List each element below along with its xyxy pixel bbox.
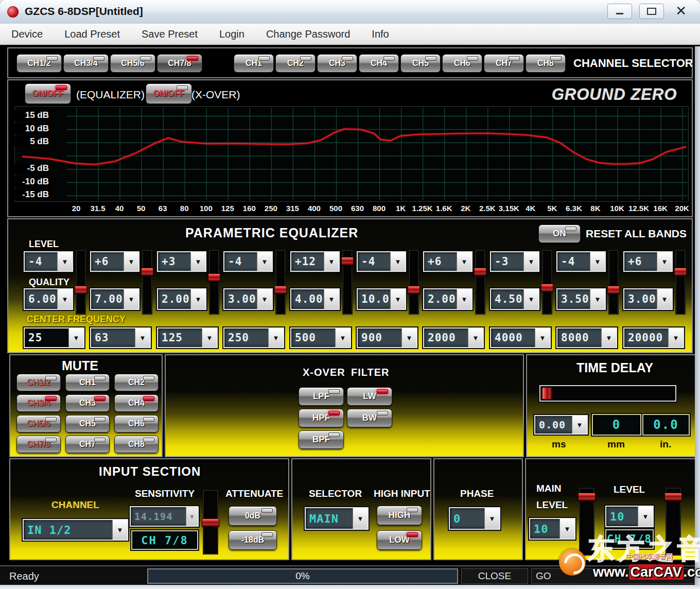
band4-gain-slider-handle[interactable]	[274, 286, 287, 294]
channel-button-ch7-8[interactable]: CH7/8	[157, 54, 202, 73]
dropdown-arrow-icon[interactable]: ▼	[324, 289, 339, 309]
input-channel-combo[interactable]: IN 1/2 ▼	[23, 519, 128, 541]
xover-button-hpf[interactable]: HPF	[299, 409, 344, 427]
input-gain-slider[interactable]	[203, 490, 218, 554]
menu-item-change-password[interactable]: Change Password	[266, 28, 350, 40]
dropdown-arrow-icon[interactable]: ▼	[559, 519, 574, 539]
channel-button-ch1[interactable]: CH1	[234, 54, 274, 73]
dropdown-arrow-icon[interactable]: ▼	[324, 252, 339, 271]
dropdown-arrow-icon[interactable]: ▼	[390, 252, 405, 271]
dropdown-arrow-icon[interactable]: ▼	[390, 289, 405, 309]
band3-gain-slider[interactable]	[209, 250, 219, 314]
band6-quality-combo[interactable]: 10.0▼	[357, 288, 406, 310]
band5-level-combo[interactable]: +12▼	[290, 251, 340, 272]
band4-level-combo[interactable]: -4▼	[223, 251, 273, 272]
band1-level-combo[interactable]: -4▼	[24, 251, 73, 272]
dropdown-arrow-icon[interactable]: ▼	[590, 289, 605, 309]
mute-button-ch1-2[interactable]: CH1/2	[16, 374, 61, 391]
band10-quality-combo[interactable]: 3.00▼	[623, 288, 673, 310]
channel-button-ch2[interactable]: CH2	[275, 54, 316, 73]
channel-button-ch3[interactable]: CH3	[317, 54, 357, 73]
band5-gain-slider[interactable]	[343, 250, 352, 314]
parametric-eq-on-button[interactable]: ON	[538, 224, 581, 243]
filter-button-bw[interactable]: BW	[347, 409, 392, 427]
dropdown-arrow-icon[interactable]: ▼	[57, 289, 72, 309]
channel-button-ch8[interactable]: CH8	[526, 54, 566, 73]
band4-frequency-combo[interactable]: 250▼	[223, 327, 284, 348]
band1-gain-slider-handle[interactable]	[75, 286, 87, 294]
channel-button-ch5[interactable]: CH5	[400, 54, 441, 73]
dropdown-arrow-icon[interactable]: ▼	[268, 328, 283, 347]
band4-quality-combo[interactable]: 3.00▼	[223, 288, 273, 310]
dropdown-arrow-icon[interactable]: ▼	[353, 508, 367, 529]
dropdown-arrow-icon[interactable]: ▼	[202, 328, 217, 347]
band3-quality-combo[interactable]: 2.00▼	[157, 288, 206, 310]
menu-item-save-preset[interactable]: Save Preset	[142, 28, 198, 40]
band5-frequency-combo[interactable]: 500▼	[290, 327, 351, 348]
channel-button-ch7[interactable]: CH7	[484, 54, 524, 73]
band9-quality-combo[interactable]: 3.50▼	[556, 288, 606, 310]
band9-level-combo[interactable]: -4▼	[556, 251, 606, 272]
band8-gain-slider[interactable]	[542, 250, 552, 314]
dropdown-arrow-icon[interactable]: ▼	[668, 328, 683, 347]
band2-frequency-combo[interactable]: 63▼	[90, 327, 151, 348]
input-gain-slider-handle[interactable]	[202, 518, 219, 527]
mute-button-ch4[interactable]: CH4	[114, 394, 159, 412]
dropdown-arrow-icon[interactable]: ▼	[657, 289, 672, 309]
band9-gain-slider-handle[interactable]	[607, 286, 620, 294]
channel-button-ch1-2[interactable]: CH1/2	[16, 54, 62, 73]
time-delay-ms-combo[interactable]: 0.00 ▼	[534, 415, 588, 435]
phase-combo[interactable]: 0 ▼	[449, 507, 500, 530]
dropdown-arrow-icon[interactable]: ▼	[401, 328, 416, 347]
time-delay-slider-handle[interactable]	[542, 387, 552, 400]
menu-item-login[interactable]: Login	[219, 28, 244, 40]
band1-quality-combo[interactable]: 6.00▼	[24, 288, 73, 310]
dropdown-arrow-icon[interactable]: ▼	[190, 289, 205, 309]
band5-gain-slider-handle[interactable]	[341, 257, 354, 265]
band7-quality-combo[interactable]: 2.00▼	[423, 288, 472, 310]
attenuate-button--18db[interactable]: -18dB	[229, 530, 277, 550]
channel-level-slider-handle[interactable]	[664, 493, 682, 501]
minimize-button[interactable]	[607, 4, 632, 19]
band8-level-combo[interactable]: -3▼	[490, 251, 539, 272]
main-level-combo[interactable]: 10 ▼	[529, 518, 575, 540]
band6-gain-slider-handle[interactable]	[408, 286, 420, 294]
band7-frequency-combo[interactable]: 2000▼	[423, 327, 484, 348]
time-delay-slider[interactable]	[539, 385, 676, 402]
mute-button-ch1[interactable]: CH1	[65, 374, 110, 391]
sensitivity-combo[interactable]: 14.194 ▼	[130, 506, 199, 527]
mute-button-ch7[interactable]: CH7	[65, 436, 110, 453]
band6-frequency-combo[interactable]: 900▼	[357, 327, 417, 348]
band2-gain-slider[interactable]	[143, 250, 152, 314]
xover-button-bpf[interactable]: BPF	[299, 430, 344, 449]
band2-level-combo[interactable]: +6▼	[90, 251, 139, 272]
filter-button-lw[interactable]: LW	[347, 387, 392, 406]
channel-level-combo[interactable]: 10 ▼	[605, 506, 654, 527]
xover-button-lpf[interactable]: LPF	[299, 387, 344, 406]
dropdown-arrow-icon[interactable]: ▼	[457, 252, 471, 271]
attenuate-button-0db[interactable]: 0dB	[229, 506, 277, 526]
dropdown-arrow-icon[interactable]: ▼	[484, 508, 499, 529]
channel-button-ch5-6[interactable]: CH5/6	[110, 54, 155, 73]
dropdown-arrow-icon[interactable]: ▼	[135, 328, 150, 347]
mute-button-ch5[interactable]: CH5	[65, 415, 110, 432]
channel-button-ch4[interactable]: CH4	[359, 54, 399, 73]
band10-level-combo[interactable]: +6▼	[623, 251, 673, 272]
mute-button-ch2[interactable]: CH2	[114, 374, 159, 391]
high-input-button-high[interactable]: HIGH	[377, 506, 422, 525]
band6-level-combo[interactable]: -4▼	[357, 251, 406, 272]
dropdown-arrow-icon[interactable]: ▼	[335, 328, 350, 347]
band8-frequency-combo[interactable]: 4000▼	[490, 327, 551, 348]
status-close-button[interactable]: CLOSE	[461, 568, 528, 584]
menu-item-device[interactable]: Device	[11, 28, 43, 40]
dropdown-arrow-icon[interactable]: ▼	[112, 520, 127, 540]
dropdown-arrow-icon[interactable]: ▼	[186, 507, 198, 526]
band7-gain-slider-handle[interactable]	[474, 268, 486, 276]
high-input-button-low[interactable]: LOW	[377, 530, 422, 550]
close-button[interactable]: ✕	[671, 3, 691, 19]
dropdown-arrow-icon[interactable]: ▼	[57, 252, 72, 271]
band1-frequency-combo[interactable]: 25▼	[24, 327, 84, 348]
band6-gain-slider[interactable]	[409, 250, 418, 314]
band3-gain-slider-handle[interactable]	[208, 273, 220, 282]
menu-item-info[interactable]: Info	[372, 28, 389, 40]
